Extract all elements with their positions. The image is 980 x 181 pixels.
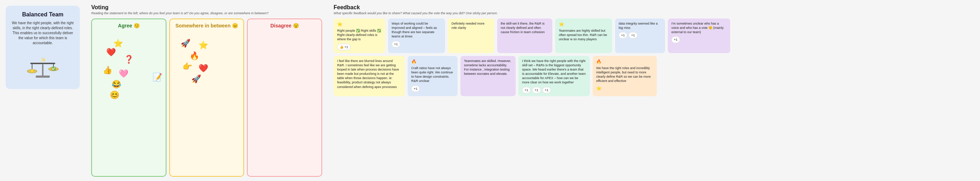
feedback-text-10: Teammates are skilled. However, sometime… xyxy=(464,59,512,76)
agree-title: Agree 🙂 xyxy=(118,23,140,29)
reaction-badge-11a[interactable]: +1 xyxy=(522,87,531,93)
sticker-star2: ⭐ xyxy=(199,41,208,50)
sticker-star: ⭐ xyxy=(113,39,123,48)
svg-rect-0 xyxy=(42,64,43,76)
feedback-subtitle: What specific feedback would you like to… xyxy=(334,11,974,15)
sticker-heart: ❤️ xyxy=(106,48,116,57)
reaction-badge-1[interactable]: 👍 +1 xyxy=(337,44,351,50)
reactions-11: +1 +1 +1 xyxy=(522,87,586,93)
sticker-smiley: 😊 xyxy=(110,90,119,100)
feedback-card-6: data integrity seemed like a big miss +1… xyxy=(615,19,665,53)
voting-title: Voting xyxy=(91,4,322,11)
reaction-badge-6b[interactable]: +1 xyxy=(628,32,637,38)
reactions-9: +1 xyxy=(411,86,454,92)
reactions-6: +1 +1 xyxy=(619,32,662,38)
scales-illustration: ⭐ ✅ ✨ xyxy=(25,50,60,82)
sticker-heart2: 🩷 xyxy=(119,69,128,78)
svg-rect-1 xyxy=(36,76,50,78)
feedback-text-5: Teammates are highly skilled but often s… xyxy=(559,29,609,41)
balanced-team-description: We have the right people, with the right… xyxy=(11,21,74,46)
feedback-text-6: data integrity seemed like a big miss xyxy=(619,21,662,30)
feedback-text-3: Definitely needed more role clarity xyxy=(452,21,491,30)
svg-text:✨: ✨ xyxy=(41,57,46,62)
star-icon-12: ⭐ xyxy=(596,86,601,91)
fire-icon-9: 🔥 xyxy=(411,59,417,64)
feedback-section: Feedback What specific feedback would yo… xyxy=(328,0,980,181)
feedback-text-11: I think we have the right people with th… xyxy=(522,59,586,85)
reaction-badge-11c[interactable]: +1 xyxy=(542,87,551,93)
star-icon-5: ⭐ xyxy=(559,22,564,27)
feedback-card-3: Definitely needed more role clarity xyxy=(448,19,494,53)
voting-subtitle: Reading the statement to the left, where… xyxy=(91,11,322,15)
reactions-1: 👍 +1 xyxy=(337,44,382,50)
reaction-badge-6a[interactable]: +1 xyxy=(619,32,627,38)
feedback-text-1: Right people ✅ Right skills ✅ Right clea… xyxy=(337,29,382,41)
feedback-card-11: I think we have the right people with th… xyxy=(519,56,590,96)
reaction-badge-11b[interactable]: +1 xyxy=(532,87,541,93)
feedback-card-9: 🔥 Craft ratios have not always been quit… xyxy=(408,56,458,96)
reactions-7: +1 xyxy=(671,37,727,43)
feedback-card-5: ⭐ Teammates are highly skilled but often… xyxy=(555,19,612,53)
reaction-badge-7[interactable]: +1 xyxy=(671,37,680,43)
sticker-question: ❓ xyxy=(124,55,134,64)
vote-column-somewhere: Somewhere in between 😐 🚀 ⭐ 🔥 👉 ❤️ 🚀 xyxy=(169,19,245,177)
sticker-laugh: 😂 xyxy=(111,80,121,89)
reactions-2: +1 xyxy=(391,41,442,48)
sticker-rocket2: 🚀 xyxy=(191,75,201,84)
somewhere-title: Somewhere in between 😐 xyxy=(175,23,238,29)
left-panel: Balanced Team We have the right people, … xyxy=(0,0,86,181)
feedback-text-8: I feel like there are blurred lines arou… xyxy=(337,59,401,89)
sticker-heart3: ❤️ xyxy=(199,64,208,73)
feedback-card-7: I'm sometimes unclear who has a voice an… xyxy=(668,19,730,53)
svg-rect-2 xyxy=(30,63,55,64)
star-icon-1: ⭐ xyxy=(337,22,342,27)
vote-column-disagree: Disagree 😟 xyxy=(247,19,322,177)
feedback-card-1: ⭐ Right people ✅ Right skills ✅ Right cl… xyxy=(334,19,385,53)
vote-column-agree: Agree 🙂 ⭐ ❤️ ❓ 👍 🩷 😂 😊 📝 xyxy=(91,19,166,177)
reaction-badge-9[interactable]: +1 xyxy=(411,86,420,92)
sticker-rocket: 🚀 xyxy=(181,39,190,48)
sticker-thumbsup: 👍 xyxy=(103,65,112,75)
reaction-badge-2[interactable]: +1 xyxy=(391,41,400,48)
feedback-text-4: the skill-set it there, the R&R is not c… xyxy=(501,21,549,34)
svg-text:✅: ✅ xyxy=(51,66,56,71)
feedback-top-row: ⭐ Right people ✅ Right skills ✅ Right cl… xyxy=(334,19,974,53)
reactions-12: ⭐ xyxy=(596,86,653,91)
svg-text:⭐: ⭐ xyxy=(30,68,35,73)
voting-section: Voting Reading the statement to the left… xyxy=(86,0,328,181)
feedback-card-12: 🔥 We have the right roles and incredibly… xyxy=(593,56,657,96)
voting-columns: Agree 🙂 ⭐ ❤️ ❓ 👍 🩷 😂 😊 📝 Somewhere in be… xyxy=(91,19,322,177)
sticker-fire: 🔥 xyxy=(189,51,199,60)
disagree-title: Disagree 😟 xyxy=(270,23,299,29)
sticker-thumbsright: 👉 xyxy=(183,62,192,71)
feedback-card-2: Ways of working could be improved and al… xyxy=(388,19,445,53)
feedback-text-7: I'm sometimes unclear who has a voice an… xyxy=(671,21,727,34)
feedback-text-2: Ways of working could be improved and al… xyxy=(391,21,442,39)
feedback-bottom-row: I feel like there are blurred lines arou… xyxy=(334,56,974,96)
sticker-note: 📝 xyxy=(153,73,162,82)
balanced-team-title: Balanced Team xyxy=(11,11,74,18)
balanced-team-card: Balanced Team We have the right people, … xyxy=(6,6,80,89)
feedback-card-4: the skill-set it there, the R&R is not c… xyxy=(497,19,552,53)
feedback-card-8: I feel like there are blurred lines arou… xyxy=(334,56,405,96)
feedback-text-9: Craft ratios have not always been quite … xyxy=(411,66,454,83)
feedback-card-10: Teammates are skilled. However, sometime… xyxy=(460,56,515,96)
feedback-title: Feedback xyxy=(334,4,974,11)
feedback-text-12: We have the right roles and incredibly i… xyxy=(596,66,653,83)
fire-icon-12: 🔥 xyxy=(596,59,601,64)
